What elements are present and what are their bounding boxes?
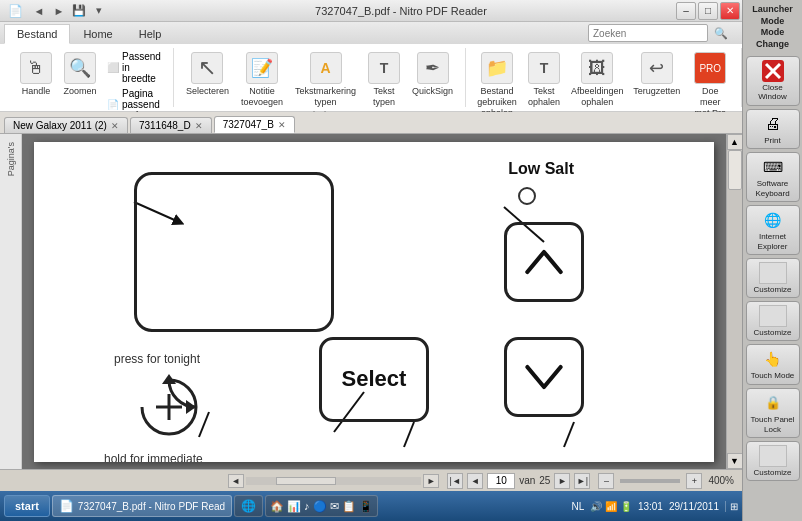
keyboard-btn[interactable]: ⌨ Software Keyboard bbox=[746, 152, 800, 202]
touch-lock-btn[interactable]: 🔒 Touch Panel Lock bbox=[746, 388, 800, 438]
tab-help[interactable]: Help bbox=[126, 22, 175, 44]
zoom-slider[interactable] bbox=[620, 479, 680, 483]
ribbon-item-textmark[interactable]: A Tekstmarkeringtypen bbox=[291, 50, 360, 110]
ribbon-item-type[interactable]: T Teksttypen bbox=[364, 50, 404, 110]
page-first-btn[interactable]: |◄ bbox=[447, 473, 463, 489]
close-button[interactable]: ✕ bbox=[720, 2, 740, 20]
ribbon-item-file[interactable]: 📁 Bestandgebruikenophalen bbox=[474, 50, 520, 120]
ribbon-item-zoomen[interactable]: 🔍 Zoomen bbox=[60, 50, 100, 99]
ribbon-item-note[interactable]: 📝 Notitietoevoegen bbox=[237, 50, 287, 110]
content-row: Pagina's bbox=[0, 134, 742, 469]
page-prev-btn[interactable]: ◄ bbox=[467, 473, 483, 489]
touch-mode-icon: 👆 bbox=[759, 348, 787, 370]
zoom-label: Zoomen bbox=[63, 86, 96, 97]
scroll-down-btn[interactable]: ▼ bbox=[727, 453, 743, 469]
svg-line-5 bbox=[564, 422, 574, 447]
hold-label: hold for immediate bbox=[104, 452, 203, 462]
touch-lock-icon: 🔒 bbox=[759, 392, 787, 414]
qa-save-btn[interactable]: 💾 bbox=[70, 2, 88, 20]
customize-btn-3[interactable]: Customize bbox=[746, 441, 800, 481]
page-of-label: van bbox=[519, 475, 535, 486]
ribbon-tabs: Bestand Home Help 🔍 bbox=[0, 22, 742, 44]
display-rectangle bbox=[134, 172, 334, 332]
doc-tab-7327047-close[interactable]: ✕ bbox=[278, 120, 286, 130]
keyboard-label: Software Keyboard bbox=[749, 179, 797, 198]
ribbon-item-handle[interactable]: 🖱 Handle bbox=[16, 50, 56, 99]
minimize-button[interactable]: – bbox=[676, 2, 696, 20]
quicksign-label: QuickSign bbox=[412, 86, 453, 97]
tray-show-desktop[interactable]: ⊞ bbox=[725, 501, 738, 512]
up-chevron-button[interactable] bbox=[504, 222, 584, 302]
qa-back-btn[interactable]: ◄ bbox=[30, 2, 48, 20]
taskbar-ie-item[interactable]: 🌐 bbox=[234, 495, 263, 517]
touch-mode-btn[interactable]: 👆 Touch Mode bbox=[746, 344, 800, 385]
scroll-up-btn[interactable]: ▲ bbox=[727, 134, 743, 150]
doc-tab-7311648[interactable]: 7311648_D ✕ bbox=[130, 117, 212, 133]
customize-btn-2[interactable]: Customize bbox=[746, 301, 800, 341]
document-tabs: New Galaxy 2011 (2) ✕ 7311648_D ✕ 732704… bbox=[0, 112, 742, 134]
taskbar-pdf-item[interactable]: 📄 7327047_B.pdf - Nitro PDF Reader bbox=[52, 495, 232, 517]
launcher-title: Launcher Mode Mode Change bbox=[745, 4, 800, 51]
close-window-btn[interactable]: Close Window bbox=[746, 56, 800, 106]
taskbar-misc-items[interactable]: 🏠 📊 ♪ 🔵 ✉ 📋 📱 bbox=[265, 495, 378, 517]
ribbon-item-pro[interactable]: PRO Doe meermet Pro bbox=[687, 50, 733, 120]
doc-tab-7327047[interactable]: 7327047_B ✕ bbox=[214, 116, 295, 133]
doc-tab-galaxy-label: New Galaxy 2011 (2) bbox=[13, 120, 107, 131]
low-salt-circle bbox=[518, 187, 536, 205]
maximize-button[interactable]: □ bbox=[698, 2, 718, 20]
scroll-left-btn[interactable]: ◄ bbox=[228, 474, 244, 488]
ribbon-item-images[interactable]: 🖼 Afbeeldingenophalen bbox=[568, 50, 626, 110]
print-btn[interactable]: 🖨 Print bbox=[746, 109, 800, 149]
tray-time: 13:01 bbox=[638, 501, 663, 512]
file-icon: 📁 bbox=[481, 52, 513, 84]
ie-btn[interactable]: 🌐 Internet Explorer bbox=[746, 205, 800, 255]
touch-lock-label: Touch Panel Lock bbox=[749, 415, 797, 434]
zoom-in-btn[interactable]: + bbox=[686, 473, 702, 489]
customize-btn-1[interactable]: Customize bbox=[746, 258, 800, 298]
start-button[interactable]: start bbox=[4, 495, 50, 517]
h-scroll-thumb[interactable] bbox=[276, 477, 336, 485]
doc-tab-galaxy[interactable]: New Galaxy 2011 (2) ✕ bbox=[4, 117, 128, 133]
print-label: Print bbox=[764, 136, 780, 145]
page-total: 25 bbox=[539, 475, 550, 486]
scroll-track[interactable] bbox=[727, 150, 743, 453]
title-bar: 📄 ◄ ► 💾 ▾ 7327047_B.pdf - Nitro PDF Read… bbox=[0, 0, 742, 22]
ribbon-item-select[interactable]: ↖ Selecteren bbox=[182, 50, 233, 99]
ribbon-item-text[interactable]: T Tekstophalen bbox=[524, 50, 564, 110]
h-scroll-track[interactable] bbox=[246, 477, 422, 485]
pdf-page: Low Salt Select bbox=[34, 142, 714, 462]
pages-sidebar[interactable]: Pagina's bbox=[0, 134, 22, 469]
page-last-btn[interactable]: ►| bbox=[574, 473, 590, 489]
qa-dropdown-btn[interactable]: ▾ bbox=[90, 2, 108, 20]
search-input[interactable] bbox=[588, 24, 708, 42]
scroll-thumb[interactable] bbox=[728, 150, 742, 190]
pro-icon: PRO bbox=[694, 52, 726, 84]
page-next-btn[interactable]: ► bbox=[554, 473, 570, 489]
scroll-right-btn[interactable]: ► bbox=[423, 474, 439, 488]
pages-sidebar-label: Pagina's bbox=[6, 142, 16, 176]
ribbon-item-quicksign[interactable]: ✒ QuickSign bbox=[408, 50, 457, 99]
doc-tab-7311648-label: 7311648_D bbox=[139, 120, 191, 131]
fit-width-icon: ⬜ bbox=[107, 62, 119, 73]
doc-tab-7327047-label: 7327047_B bbox=[223, 119, 274, 130]
page-input[interactable] bbox=[487, 473, 515, 489]
down-chevron-button[interactable] bbox=[504, 337, 584, 417]
select-label: Select bbox=[342, 366, 407, 392]
tab-bestand[interactable]: Bestand bbox=[4, 24, 70, 44]
fit-width-btn[interactable]: ⬜ Passend in breedte bbox=[104, 50, 165, 85]
close-window-label: Close Window bbox=[749, 83, 797, 102]
fit-width-label: Passend in breedte bbox=[122, 51, 162, 84]
scrollbar-vertical: ▲ ▼ bbox=[726, 134, 742, 469]
images-icon: 🖼 bbox=[581, 52, 613, 84]
zoom-icon: 🔍 bbox=[64, 52, 96, 84]
doc-tab-galaxy-close[interactable]: ✕ bbox=[111, 121, 119, 131]
cycle-icon bbox=[134, 372, 204, 442]
ribbon-item-revert[interactable]: ↩ Terugzetten bbox=[630, 50, 683, 99]
doc-tab-7311648-close[interactable]: ✕ bbox=[195, 121, 203, 131]
qa-forward-btn[interactable]: ► bbox=[50, 2, 68, 20]
tab-home[interactable]: Home bbox=[70, 22, 125, 44]
zoom-out-btn[interactable]: – bbox=[598, 473, 614, 489]
select-button[interactable]: Select bbox=[319, 337, 429, 422]
revert-icon: ↩ bbox=[641, 52, 673, 84]
search-button[interactable]: 🔍 bbox=[712, 24, 730, 42]
